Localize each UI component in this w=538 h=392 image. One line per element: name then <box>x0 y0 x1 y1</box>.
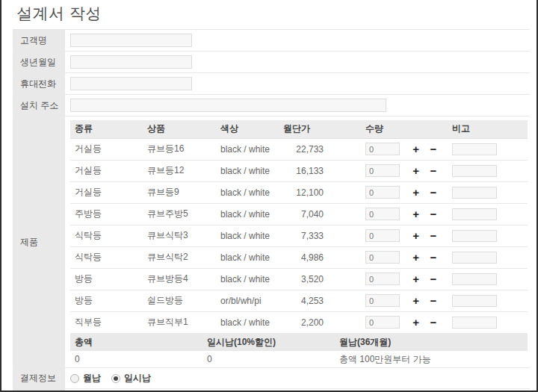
form-row-payment: 결제정보 월납 일시납 <box>13 368 530 389</box>
qty-decrease-button[interactable]: − <box>430 186 436 199</box>
header-qty: 수량 <box>327 120 442 138</box>
qty-input[interactable] <box>365 251 400 264</box>
note-input[interactable] <box>452 165 497 177</box>
install-address-label: 설치 주소 <box>13 95 65 116</box>
qty-decrease-button[interactable]: − <box>430 143 436 155</box>
qty-increase-button[interactable]: + <box>412 143 419 155</box>
qty-increase-button[interactable]: + <box>412 186 419 199</box>
product-cell: 쉴드방등 <box>141 290 216 311</box>
qty-input[interactable] <box>365 229 400 242</box>
lumpsum-radio-icon[interactable] <box>111 374 120 383</box>
summary-values-row: 0 0 총액 100만원부터 가능 <box>70 351 528 369</box>
product-row: 주방등 큐브주방5 black / white 7,040 + − <box>70 203 528 225</box>
qty-decrease-button[interactable]: − <box>430 208 436 220</box>
qty-increase-button[interactable]: + <box>412 294 419 307</box>
product-row: 식탁등 큐브식탁2 black / white 4,986 + − <box>70 246 528 268</box>
type-cell: 방등 <box>70 290 141 311</box>
product-cell: 큐브등12 <box>141 160 216 181</box>
price-cell: 7,333 <box>283 225 327 246</box>
note-input[interactable] <box>452 273 497 285</box>
price-cell: 22,733 <box>283 138 327 160</box>
payment-radio-group: 월납 일시납 <box>70 372 151 385</box>
summary-total-value: 0 <box>70 354 207 364</box>
product-cell: 큐브등9 <box>141 181 216 203</box>
price-cell: 2,200 <box>283 311 327 333</box>
header-product: 상품 <box>141 120 216 138</box>
price-cell: 4,253 <box>283 290 327 311</box>
type-cell: 거실등 <box>70 160 141 181</box>
note-input[interactable] <box>452 317 497 329</box>
birthdate-label: 생년월일 <box>13 52 65 72</box>
form-row-customer-name: 고객명 <box>13 30 530 52</box>
summary-monthly-header: 월납(36개월) <box>339 336 528 349</box>
summary-total-header: 총액 <box>70 336 207 349</box>
install-address-input[interactable] <box>70 99 386 112</box>
payment-label: 결제정보 <box>13 368 65 388</box>
product-cell: 큐브방등4 <box>141 268 216 290</box>
color-cell: black / white <box>216 246 283 268</box>
qty-decrease-button[interactable]: − <box>430 251 436 264</box>
qty-decrease-button[interactable]: − <box>430 164 436 177</box>
qty-input[interactable] <box>365 164 400 177</box>
product-cell: 큐브식탁3 <box>141 225 216 246</box>
form-row-install-address: 설치 주소 <box>13 95 530 116</box>
type-cell: 직부등 <box>70 311 141 333</box>
note-input[interactable] <box>452 143 497 155</box>
mobile-phone-label: 휴대전화 <box>13 73 65 94</box>
price-cell: 12,100 <box>283 181 327 203</box>
qty-input[interactable] <box>365 143 400 155</box>
product-row: 거실등 큐브등12 black / white 16,133 + − <box>70 160 528 181</box>
mobile-phone-input[interactable] <box>70 77 192 90</box>
qty-increase-button[interactable]: + <box>412 316 419 329</box>
qty-increase-button[interactable]: + <box>412 229 419 242</box>
type-cell: 거실등 <box>70 138 141 160</box>
price-cell: 16,133 <box>283 160 327 181</box>
note-input[interactable] <box>452 295 497 307</box>
type-cell: 주방등 <box>70 203 141 225</box>
product-cell: 큐브등16 <box>141 138 216 160</box>
qty-decrease-button[interactable]: − <box>430 229 436 242</box>
qty-decrease-button[interactable]: − <box>430 316 436 329</box>
note-input[interactable] <box>452 252 497 264</box>
qty-increase-button[interactable]: + <box>412 208 419 220</box>
qty-decrease-button[interactable]: − <box>430 294 436 307</box>
qty-increase-button[interactable]: + <box>412 273 419 285</box>
qty-input[interactable] <box>365 208 400 220</box>
qty-input[interactable] <box>365 294 400 307</box>
customer-name-label: 고객명 <box>13 30 65 51</box>
products-label: 제품 <box>13 116 65 367</box>
product-row: 거실등 큐브등16 black / white 22,733 + − <box>70 138 528 160</box>
monthly-radio-icon[interactable] <box>70 374 79 383</box>
product-row: 방등 쉴드방등 or/bl/wh/pi 4,253 + − <box>70 290 528 311</box>
product-row: 방등 큐브방등4 black / white 3,520 + − <box>70 268 528 290</box>
qty-increase-button[interactable]: + <box>412 251 419 264</box>
qty-increase-button[interactable]: + <box>412 164 419 177</box>
qty-decrease-button[interactable]: − <box>430 273 436 285</box>
birthdate-input[interactable] <box>70 55 192 69</box>
note-input[interactable] <box>452 187 497 199</box>
price-cell: 4,986 <box>283 246 327 268</box>
stub-label <box>13 389 65 392</box>
products-table: 종류 상품 색상 월단가 수량 비고 거실등 큐브등16 black / whi <box>70 120 528 334</box>
customer-name-input[interactable] <box>70 34 192 47</box>
qty-input[interactable] <box>365 316 400 329</box>
color-cell: black / white <box>216 138 283 160</box>
product-cell: 큐브식탁2 <box>141 246 216 268</box>
color-cell: black / white <box>216 160 283 181</box>
products-header-row: 종류 상품 색상 월단가 수량 비고 <box>70 120 528 138</box>
header-color: 색상 <box>216 120 283 138</box>
monthly-radio-label: 월납 <box>83 372 101 385</box>
note-input[interactable] <box>452 208 497 220</box>
note-input[interactable] <box>452 230 497 242</box>
product-row: 식탁등 큐브식탁3 black / white 7,333 + − <box>70 225 528 246</box>
header-note: 비고 <box>442 120 528 138</box>
qty-input[interactable] <box>365 186 400 199</box>
summary-lumpsum-value: 0 <box>207 354 339 364</box>
header-type: 종류 <box>70 120 141 138</box>
design-form: 고객명 생년월일 휴대전화 설치 주소 제품 <box>13 29 530 392</box>
payment-option-monthly[interactable]: 월납 <box>70 372 101 385</box>
payment-option-lumpsum[interactable]: 일시납 <box>111 372 151 385</box>
product-row: 직부등 큐브직부1 black / white 2,200 + − <box>70 311 528 333</box>
type-cell: 거실등 <box>70 181 141 203</box>
qty-input[interactable] <box>365 273 400 285</box>
